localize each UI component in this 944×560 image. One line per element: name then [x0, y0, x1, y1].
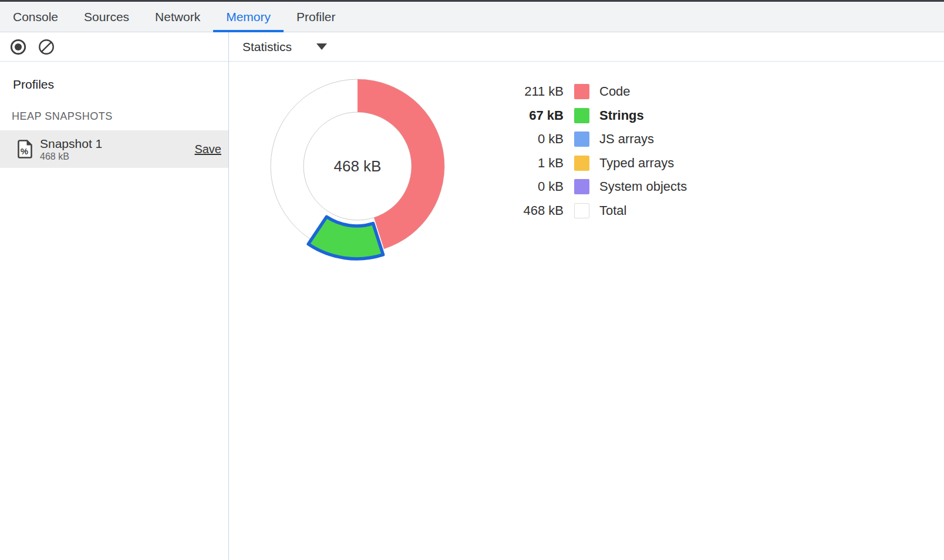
tab-sources[interactable]: Sources	[71, 2, 142, 32]
tab-network[interactable]: Network	[142, 2, 213, 32]
legend-swatch-strings	[574, 108, 589, 123]
chart-center-label: 468 kB	[334, 157, 382, 175]
legend-value-typed-arrays: 1 kB	[493, 156, 564, 171]
tab-bar: ConsoleSourcesNetworkMemoryProfiler	[0, 2, 944, 32]
legend-row-total[interactable]: 468 kBTotal	[493, 199, 687, 223]
legend-label-strings: Strings	[599, 108, 644, 123]
legend-label-total: Total	[599, 203, 626, 218]
devtools-window: ConsoleSourcesNetworkMemoryProfiler	[0, 0, 944, 560]
legend-swatch-js-arrays	[574, 131, 589, 147]
chart-legend: 211 kBCode67 kBStrings0 kBJS arrays1 kBT…	[493, 80, 687, 222]
snapshot-text: Snapshot 1 468 kB	[40, 137, 102, 162]
perspective-label: Statistics	[242, 40, 292, 54]
chevron-down-icon	[316, 43, 327, 50]
donut-chart[interactable]: 468 kB	[259, 71, 456, 267]
tab-console[interactable]: Console	[0, 2, 71, 32]
legend-label-code: Code	[599, 84, 631, 99]
legend-row-code[interactable]: 211 kBCode	[493, 80, 687, 104]
legend-value-total: 468 kB	[493, 203, 564, 218]
sidebar: Profiles HEAP SNAPSHOTS % Snapshot 1 468…	[0, 32, 229, 560]
legend-value-code: 211 kB	[493, 84, 564, 99]
clear-icon	[38, 38, 55, 56]
content-row: Profiles HEAP SNAPSHOTS % Snapshot 1 468…	[0, 32, 944, 560]
save-link[interactable]: Save	[194, 143, 221, 156]
heap-snapshots-section-title: HEAP SNAPSHOTS	[12, 110, 228, 123]
legend-swatch-code	[574, 84, 589, 99]
legend-row-js-arrays[interactable]: 0 kBJS arrays	[493, 127, 687, 151]
view-toolbar: Statistics	[229, 32, 944, 62]
legend-value-js-arrays: 0 kB	[493, 131, 564, 147]
snapshot-name: Snapshot 1	[40, 137, 102, 151]
sidebar-content: Profiles HEAP SNAPSHOTS % Snapshot 1 468…	[0, 62, 228, 168]
tab-memory[interactable]: Memory	[213, 2, 284, 32]
record-heap-snapshot-button[interactable]	[9, 38, 27, 56]
legend-value-system-objects: 0 kB	[493, 179, 564, 194]
tab-profiler[interactable]: Profiler	[284, 2, 349, 32]
legend-swatch-typed-arrays	[574, 156, 589, 171]
legend-swatch-total	[574, 203, 589, 218]
legend-label-js-arrays: JS arrays	[599, 131, 654, 147]
legend-label-system-objects: System objects	[599, 179, 687, 194]
main-panel: Statistics 468 kB 211 kBCode67 kBStrings…	[229, 32, 944, 560]
legend-row-system-objects[interactable]: 0 kBSystem objects	[493, 175, 687, 199]
profiler-toolbar	[0, 32, 228, 62]
statistics-chart-area: 468 kB 211 kBCode67 kBStrings0 kBJS arra…	[229, 62, 944, 560]
legend-swatch-system-objects	[574, 179, 589, 194]
legend-label-typed-arrays: Typed arrays	[599, 156, 674, 171]
clear-profiles-button[interactable]	[38, 38, 55, 56]
legend-row-strings[interactable]: 67 kBStrings	[493, 104, 687, 128]
profiles-title: Profiles	[13, 77, 228, 92]
legend-value-strings: 67 kB	[493, 108, 564, 123]
heap-snapshot-icon: %	[18, 140, 32, 158]
legend-row-typed-arrays[interactable]: 1 kBTyped arrays	[493, 151, 687, 176]
snapshot-item[interactable]: % Snapshot 1 468 kB Save	[0, 130, 228, 168]
record-icon	[9, 38, 27, 56]
svg-text:%: %	[21, 146, 28, 156]
perspective-dropdown[interactable]: Statistics	[242, 40, 327, 54]
snapshot-size: 468 kB	[40, 151, 102, 162]
